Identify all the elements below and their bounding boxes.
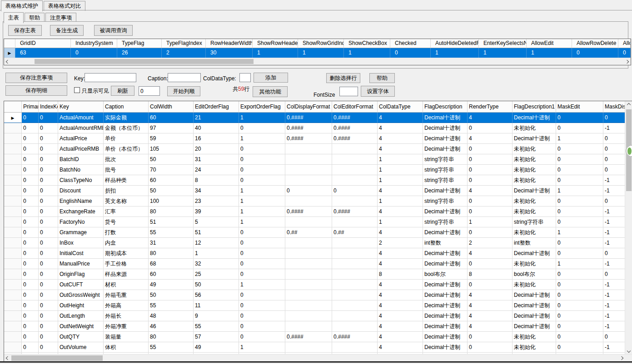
row-header[interactable] [4, 144, 22, 154]
grid-cell[interactable]: 未初始化 [513, 165, 556, 175]
table-row[interactable]: 00ManualPrice手工价格683204Decimal十进制0未初始化1-… [4, 259, 632, 269]
grid-cell[interactable] [332, 311, 378, 321]
grid-cell[interactable]: 2 [162, 48, 206, 58]
grid-cell[interactable]: 0 [22, 321, 39, 332]
grid-cell[interactable]: 0 [239, 144, 285, 154]
grid-cell[interactable]: 0.#### [332, 123, 378, 133]
grid-cell[interactable]: 0.#### [332, 133, 378, 144]
grid-cell[interactable]: 0 [468, 165, 513, 175]
grid-cell[interactable]: 0 [468, 154, 513, 165]
grid-cell[interactable]: 0 [556, 113, 603, 123]
table-row[interactable]: 00OutCUFT材积495014Decimal十进制0未初始化0-1 [4, 280, 632, 290]
grid-cell[interactable]: 0 [39, 321, 58, 332]
grid-cell[interactable]: 4 [468, 290, 513, 300]
grid-cell[interactable]: 20 [194, 144, 239, 154]
grid-cell[interactable]: 60 [149, 175, 194, 186]
grid-cell[interactable]: 4 [378, 311, 423, 321]
row-header[interactable] [4, 280, 22, 290]
grid-cell[interactable]: OutLength [58, 311, 104, 321]
grid-cell[interactable]: Decimal十进制 [513, 248, 556, 259]
table-row[interactable]: 00BatchNo批号702401string字符串0未初始化00 [4, 165, 632, 175]
grid-cell[interactable]: 0.#### [285, 332, 332, 342]
grid-cell[interactable]: 0 [556, 300, 603, 311]
grid-cell[interactable]: -1 [603, 290, 625, 300]
grid-cell[interactable]: 0 [556, 332, 603, 342]
grid-cell[interactable]: 0 [39, 259, 58, 269]
column-header-ColDataType[interactable]: ColDataType [378, 101, 423, 113]
grid-cell[interactable]: 0 [71, 48, 117, 58]
grid-cell[interactable]: 55 [149, 227, 194, 238]
grid-cell[interactable]: 0 [39, 290, 58, 300]
grid-cell[interactable]: int整数 [513, 238, 556, 248]
grid-cell[interactable]: 4 [378, 133, 423, 144]
grid-cell[interactable]: 1 [194, 248, 239, 259]
grid-cell[interactable]: Decimal十进制 [423, 207, 468, 217]
grid-cell[interactable]: 1 [239, 133, 285, 144]
fontsize-input[interactable] [339, 87, 358, 96]
grid-cell[interactable]: 未初始化 [513, 280, 556, 290]
grid-cell[interactable]: 0 [603, 196, 625, 207]
table-row[interactable]: 00OutLength外箱长48904Decimal十进制4Decimal十进制… [4, 311, 632, 321]
row-header[interactable] [4, 342, 22, 353]
column-header-ColWidth[interactable]: ColWidth [149, 101, 194, 113]
row-header[interactable] [4, 311, 22, 321]
grid-cell[interactable]: ActualPrice [58, 133, 104, 144]
row-header[interactable] [4, 154, 22, 165]
grid-cell[interactable]: 0.#### [285, 123, 332, 133]
table-row[interactable]: 00ExchangeRate汇率803910.####0.####4Decima… [4, 207, 632, 217]
grid-cell[interactable]: 0 [556, 144, 603, 154]
hscroll-thumb[interactable] [11, 355, 103, 361]
grid-cell[interactable] [285, 269, 332, 280]
grid-cell[interactable]: 0 [468, 144, 513, 154]
column-header-Allow[interactable]: Allow [618, 39, 631, 48]
column-header-EnterKeySelectsNe[interactable]: EnterKeySelectsNe [479, 39, 527, 48]
grid-cell[interactable]: 4 [378, 113, 423, 123]
column-header-IndustrySystem[interactable]: IndustrySystem [71, 39, 117, 48]
grid-cell[interactable] [332, 259, 378, 269]
add-button[interactable]: 添加 [254, 73, 288, 83]
row-header[interactable] [4, 186, 22, 196]
grid-cell[interactable]: 51 [149, 217, 194, 227]
grid-cell[interactable]: 0 [22, 238, 39, 248]
scroll-down-arrow-icon[interactable] [625, 347, 632, 354]
grid-cell[interactable]: 4 [378, 123, 423, 133]
grid-cell[interactable]: 样品来源 [104, 269, 149, 280]
master-hscrollbar[interactable] [4, 58, 631, 65]
grid-cell[interactable]: Grammage [58, 227, 104, 238]
table-row[interactable]: 00OutNetWeight外箱净重465504Decimal十进制4Decim… [4, 321, 632, 332]
grid-cell[interactable]: 105 [149, 144, 194, 154]
grid-cell[interactable]: 34 [194, 186, 239, 196]
grid-cell[interactable]: -1 [603, 311, 625, 321]
grid-cell[interactable]: 0 [556, 196, 603, 207]
row-header[interactable]: ▶ [4, 48, 15, 58]
table-row[interactable]: 00InBox内盒311202int整数2int整数0-1 [4, 238, 632, 248]
tab-table-format-maintain[interactable]: 表格格式维护 [1, 0, 43, 11]
grid-cell[interactable]: 0 [39, 227, 58, 238]
grid-cell[interactable]: 4 [468, 321, 513, 332]
tab-main-table[interactable]: 主表 [4, 12, 24, 23]
save-master-button[interactable]: 保存主表 [8, 25, 42, 36]
grid-cell[interactable]: 23 [194, 196, 239, 207]
grid-cell[interactable]: -1 [603, 207, 625, 217]
grid-cell[interactable] [285, 342, 332, 353]
grid-cell[interactable]: Decimal十进制 [423, 259, 468, 269]
grid-cell[interactable]: -1 [603, 227, 625, 238]
grid-cell[interactable]: -1 [603, 300, 625, 311]
row-header[interactable] [4, 123, 22, 133]
grid-cell[interactable]: ActualAmount [58, 113, 104, 123]
grid-cell[interactable]: 0 [22, 133, 39, 144]
grid-cell[interactable]: 4 [378, 144, 423, 154]
grid-cell[interactable]: 0.#### [332, 332, 378, 342]
grid-cell[interactable]: 2 [378, 238, 423, 248]
column-header-AllowEdit[interactable]: AllowEdit [527, 39, 572, 48]
save-notes-button[interactable]: 保存注意事项 [5, 73, 67, 83]
grid-cell[interactable]: 0 [239, 290, 285, 300]
grid-cell[interactable]: Decimal十进制 [423, 123, 468, 133]
column-header-Caption[interactable]: Caption [104, 101, 149, 113]
grid-cell[interactable]: 49 [149, 280, 194, 290]
grid-cell[interactable]: -1 [603, 217, 625, 227]
row-header[interactable] [4, 196, 22, 207]
grid-cell[interactable]: 1 [239, 113, 285, 123]
grid-cell[interactable]: 1 [239, 342, 285, 353]
grid-cell[interactable]: 货号 [104, 217, 149, 227]
